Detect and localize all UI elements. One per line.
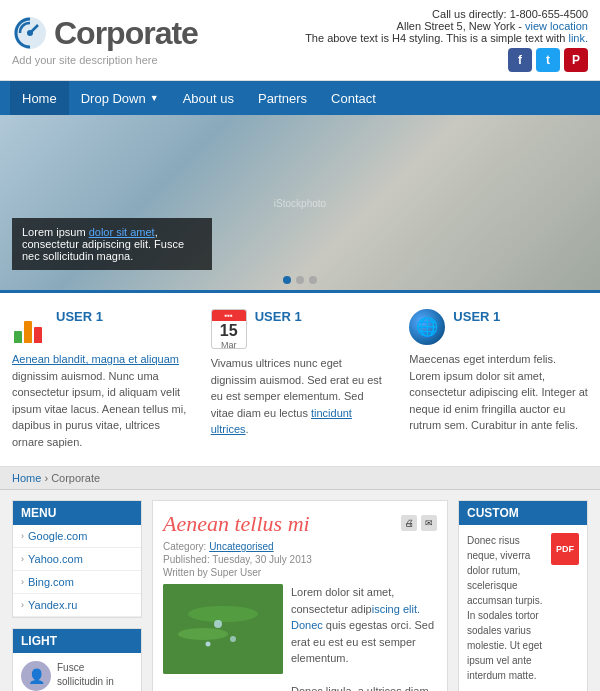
custom-text: Donec risus neque, viverra dolor rutum, … xyxy=(467,533,547,683)
nav-dropdown[interactable]: Drop Down ▼ xyxy=(69,81,171,115)
dot-2[interactable] xyxy=(296,276,304,284)
col-3-title: USER 1 xyxy=(453,309,500,324)
svg-point-4 xyxy=(178,628,228,640)
logo-text: Corporate xyxy=(54,15,198,52)
print-icon[interactable]: 🖨 xyxy=(401,515,417,531)
nav: Home Drop Down ▼ About us Partners Conta… xyxy=(0,81,600,115)
sidebar-arrow-icon: › xyxy=(21,577,24,587)
view-location-link[interactable]: view location xyxy=(525,20,588,32)
article-title: Aenean tellus mi xyxy=(163,511,310,537)
dot-3[interactable] xyxy=(309,276,317,284)
sidebar-item-bing[interactable]: › Bing.com xyxy=(13,571,141,594)
hero-overlay: Lorem ipsum dolor sit amet, consectetur … xyxy=(12,218,212,270)
header: Corporate Add your site description here… xyxy=(0,0,600,81)
col-1: USER 1 Aenean blandit, magna et aliquam … xyxy=(12,309,191,450)
dropdown-arrow-icon: ▼ xyxy=(150,93,159,103)
col-1-header: USER 1 xyxy=(12,309,191,345)
nav-home[interactable]: Home xyxy=(10,81,69,115)
article-text: Lorem dolor sit amet, consectetur adipis… xyxy=(291,584,437,691)
article-meta: Category: Uncategorised Published: Tuesd… xyxy=(163,541,437,578)
svg-rect-2 xyxy=(163,584,283,674)
tagline: Add your site description here xyxy=(12,54,198,66)
nav-contact[interactable]: Contact xyxy=(319,81,388,115)
sidebar-light-content: 👤 Fusce sollicitudin in uma sit amet imp… xyxy=(13,653,141,691)
email-icon[interactable]: ✉ xyxy=(421,515,437,531)
dot-1[interactable] xyxy=(283,276,291,284)
custom-section: CUSTOM Donec risus neque, viverra dolor … xyxy=(458,500,588,691)
sidebar: MENU › Google.com › Yahoo.com › Bing.com… xyxy=(12,500,142,691)
svg-point-5 xyxy=(214,620,222,628)
contact-line1: Call us directly: 1-800-655-4500 xyxy=(305,8,588,20)
contact-line2: Allen Street 5, New York - view location xyxy=(305,20,588,32)
svg-point-7 xyxy=(206,642,211,647)
three-columns: USER 1 Aenean blandit, magna et aliquam … xyxy=(0,290,600,467)
nav-about[interactable]: About us xyxy=(171,81,246,115)
sidebar-item-google[interactable]: › Google.com xyxy=(13,525,141,548)
logo-icon xyxy=(12,15,48,51)
col-1-title: USER 1 xyxy=(56,309,103,324)
col-2-header: ▪▪▪ 15 Mar USER 1 xyxy=(211,309,390,349)
twitter-icon[interactable]: t xyxy=(536,48,560,72)
svg-point-6 xyxy=(230,636,236,642)
breadcrumb: Home › Corporate xyxy=(0,467,600,490)
sidebar-arrow-icon: › xyxy=(21,600,24,610)
sidebar-item-yahoo[interactable]: › Yahoo.com xyxy=(13,548,141,571)
sidebar-menu-section: MENU › Google.com › Yahoo.com › Bing.com… xyxy=(12,500,142,618)
article-content: Lorem dolor sit amet, consectetur adipis… xyxy=(163,584,437,691)
author-label: Written by Super User xyxy=(163,567,437,578)
sidebar-arrow-icon: › xyxy=(21,554,24,564)
link-text[interactable]: link. xyxy=(568,32,588,44)
sidebar-light-title: LIGHT xyxy=(13,629,141,653)
logo-area: Corporate Add your site description here xyxy=(12,15,198,66)
col-2: ▪▪▪ 15 Mar USER 1 Vivamus ultrices nunc … xyxy=(211,309,390,450)
facebook-icon[interactable]: f xyxy=(508,48,532,72)
avatar: 👤 xyxy=(21,661,51,691)
col-1-link[interactable]: Aenean blandit, magna et aliquam xyxy=(12,353,179,365)
sidebar-arrow-icon: › xyxy=(21,531,24,541)
col-1-text: Aenean blandit, magna et aliquam digniss… xyxy=(12,351,191,450)
sidebar-item-yandex[interactable]: › Yandex.ru xyxy=(13,594,141,617)
social-icons: f t P xyxy=(305,48,588,72)
custom-title: CUSTOM xyxy=(459,501,587,525)
sidebar-menu-title: MENU xyxy=(13,501,141,525)
article-image xyxy=(163,584,283,674)
custom-content: Donec risus neque, viverra dolor rutum, … xyxy=(459,525,587,691)
col-3: 🌐 USER 1 Maecenas eget interdum felis. L… xyxy=(409,309,588,450)
sidebar-light-text: Fusce sollicitudin in uma sit amet imper… xyxy=(57,661,133,691)
category-link[interactable]: Uncategorised xyxy=(209,541,273,552)
svg-point-3 xyxy=(188,606,258,622)
breadcrumb-current: Corporate xyxy=(51,472,100,484)
watermark: iStockphoto xyxy=(274,197,326,208)
hero-dots xyxy=(283,276,317,284)
col-2-text: Vivamus ultrices nunc eget dignissim aui… xyxy=(211,355,390,438)
breadcrumb-home[interactable]: Home xyxy=(12,472,41,484)
article: Aenean tellus mi 🖨 ✉ Category: Uncategor… xyxy=(152,500,448,691)
col-2-title: USER 1 xyxy=(255,309,302,324)
pinterest-icon[interactable]: P xyxy=(564,48,588,72)
contact-line3: The above text is H4 styling. This is a … xyxy=(305,32,588,44)
globe-icon: 🌐 xyxy=(409,309,445,345)
custom-sidebar: CUSTOM Donec risus neque, viverra dolor … xyxy=(458,500,588,691)
contact-area: Call us directly: 1-800-655-4500 Allen S… xyxy=(305,8,588,72)
col-2-link[interactable]: tincidunt ultrices xyxy=(211,407,352,436)
sidebar-light-section: LIGHT 👤 Fusce sollicitudin in uma sit am… xyxy=(12,628,142,691)
hero-link[interactable]: dolor sit amet xyxy=(89,226,155,238)
bar-chart-icon xyxy=(12,309,48,345)
col-3-header: 🌐 USER 1 xyxy=(409,309,588,345)
pdf-icon: PDF xyxy=(551,533,579,565)
logo-row: Corporate xyxy=(12,15,198,52)
calendar-icon: ▪▪▪ 15 Mar xyxy=(211,309,247,349)
main-area: MENU › Google.com › Yahoo.com › Bing.com… xyxy=(0,490,600,691)
nav-partners[interactable]: Partners xyxy=(246,81,319,115)
col-3-text: Maecenas eget interdum felis. Lorem ipsu… xyxy=(409,351,588,434)
hero-section: iStockphoto Lorem ipsum dolor sit amet, … xyxy=(0,115,600,290)
